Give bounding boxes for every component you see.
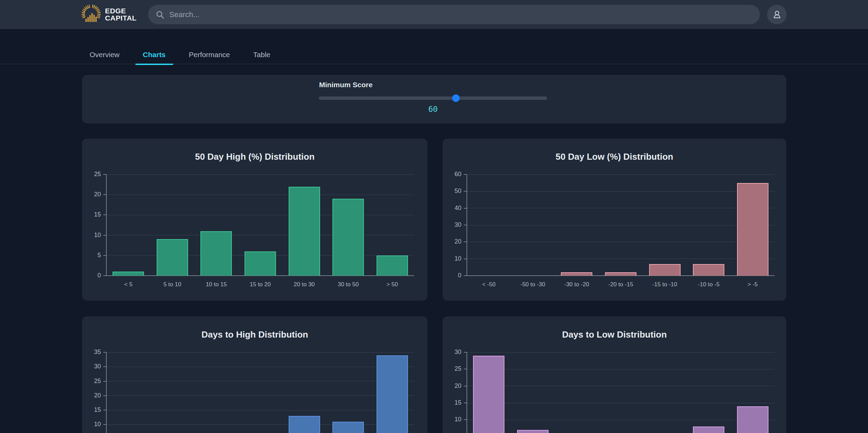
search-input[interactable] <box>169 10 734 19</box>
x-tick-label: > 50 <box>370 281 414 288</box>
brand-line-2: CAPITAL <box>105 14 136 22</box>
y-tick-label: 10 <box>77 232 101 239</box>
gridline <box>106 215 414 215</box>
bar <box>332 199 364 276</box>
gridline <box>467 403 775 403</box>
gridline <box>467 420 775 420</box>
chart-card-4: Days to Low Distribution051015202530 <box>443 316 786 433</box>
bar-chart-plot: 0102030405060< -50-50 to -30-30 to -20-2… <box>467 174 775 276</box>
bar <box>737 183 768 276</box>
gridline <box>467 259 775 259</box>
x-tick-label: < -50 <box>467 281 511 288</box>
y-tick-label: 10 <box>77 421 101 428</box>
gridline <box>106 352 414 353</box>
y-tick-label: 15 <box>77 211 101 218</box>
bar <box>245 251 276 276</box>
brand-logo: EDGE CAPITAL <box>81 4 136 25</box>
x-tick-label: 10 to 15 <box>194 281 238 288</box>
chart-title: Days to High Distribution <box>82 329 428 340</box>
bar <box>649 264 681 276</box>
y-tick-label: 50 <box>437 187 461 195</box>
minimum-score-slider-track[interactable] <box>319 96 547 100</box>
y-tick-label: 20 <box>437 238 461 245</box>
y-tick-label: 15 <box>77 406 101 414</box>
bar <box>517 430 549 433</box>
y-tick-label: 0 <box>437 272 461 279</box>
gridline <box>467 369 775 369</box>
y-tick-label: 35 <box>77 349 101 356</box>
y-tick-label: 30 <box>437 349 461 356</box>
tab-performance[interactable]: Performance <box>181 45 237 64</box>
y-tick-label: 60 <box>437 171 461 178</box>
search-icon <box>156 10 165 19</box>
sunburst-bars-logo-icon <box>81 4 101 25</box>
x-tick-label: 30 to 50 <box>326 281 370 288</box>
y-tick-label: 0 <box>77 272 101 279</box>
bar <box>113 272 144 276</box>
y-axis-line <box>466 174 467 276</box>
gridline <box>106 381 414 381</box>
chart-card-3: Days to High Distribution05101520253035 <box>82 316 428 433</box>
bar <box>157 239 188 276</box>
x-tick-label: -50 to -30 <box>511 281 555 288</box>
bar <box>737 406 768 433</box>
y-tick-label: 25 <box>77 378 101 385</box>
brand-line-1: EDGE <box>105 7 136 14</box>
bar-chart-plot: 0510152025< 55 to 1010 to 1515 to 2020 t… <box>106 174 414 276</box>
bar <box>605 272 636 276</box>
search-bar[interactable] <box>148 5 760 24</box>
gridline <box>467 191 775 192</box>
gridline <box>106 424 414 425</box>
bar <box>561 272 592 276</box>
chart-title: 50 Day High (%) Distribution <box>82 152 428 162</box>
y-tick-label: 10 <box>437 255 461 262</box>
bar <box>377 255 408 276</box>
y-tick-label: 30 <box>77 363 101 370</box>
y-tick-label: 10 <box>437 416 461 423</box>
minimum-score-slider-thumb[interactable] <box>452 94 460 102</box>
gridline <box>467 208 775 208</box>
x-tick-label: -15 to -10 <box>643 281 687 288</box>
x-tick-label: -10 to -5 <box>687 281 731 288</box>
gridline <box>106 410 414 410</box>
bar <box>377 355 408 433</box>
chart-card-1: 50 Day High (%) Distribution0510152025< … <box>82 139 428 301</box>
chart-title: Days to Low Distribution <box>443 329 786 340</box>
gridline <box>467 242 775 242</box>
chart-title: 50 Day Low (%) Distribution <box>443 152 786 162</box>
gridline <box>467 225 775 225</box>
y-tick-label: 30 <box>437 221 461 228</box>
y-axis-line <box>466 352 467 433</box>
gridline <box>106 195 414 195</box>
bar <box>693 427 724 433</box>
x-tick-label: < 5 <box>106 281 150 288</box>
user-icon <box>772 9 782 20</box>
gridline <box>467 174 775 175</box>
x-tick-label: > -5 <box>731 281 775 288</box>
y-tick-label: 20 <box>77 392 101 399</box>
user-avatar-button[interactable] <box>767 5 787 24</box>
tab-table[interactable]: Table <box>246 45 278 64</box>
tab-bar: OverviewChartsPerformanceTable <box>0 45 868 64</box>
x-tick-label: 15 to 20 <box>238 281 282 288</box>
gridline <box>467 386 775 386</box>
y-tick-label: 25 <box>77 171 101 178</box>
y-tick-label: 20 <box>77 191 101 198</box>
y-tick-label: 20 <box>437 382 461 390</box>
bar <box>332 422 364 433</box>
tab-charts[interactable]: Charts <box>135 45 173 64</box>
y-tick-label: 25 <box>437 365 461 372</box>
minimum-score-value: 60 <box>319 105 547 114</box>
bar-chart-plot: 051015202530 <box>467 352 775 433</box>
bar <box>289 416 320 433</box>
gridline <box>467 352 775 353</box>
bar <box>200 231 232 276</box>
x-tick-label: -30 to -20 <box>555 281 599 288</box>
minimum-score-label: Minimum Score <box>319 81 372 89</box>
bar <box>693 264 724 276</box>
y-tick-label: 15 <box>437 399 461 406</box>
gridline <box>106 367 414 367</box>
x-tick-label: 5 to 10 <box>150 281 195 288</box>
app-header: EDGE CAPITAL <box>0 0 868 29</box>
tab-overview[interactable]: Overview <box>82 45 127 64</box>
